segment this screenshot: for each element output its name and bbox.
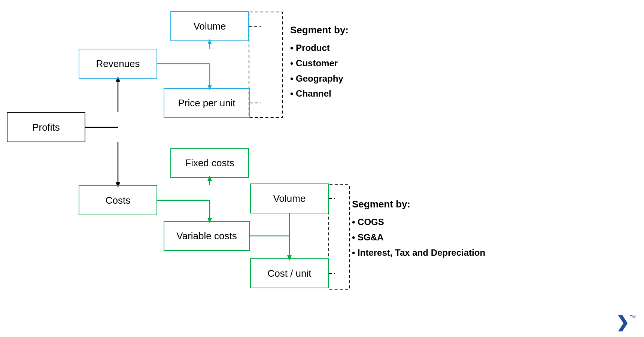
volume-top-box: Volume: [170, 11, 249, 41]
price-per-unit-box: Price per unit: [164, 88, 250, 118]
profits-label: Profits: [32, 122, 60, 133]
logo-area: ❯ TM: [616, 315, 636, 330]
segment-top-list: Product Customer Geography Channel: [290, 40, 343, 101]
svg-rect-10: [249, 12, 283, 118]
volume-bottom-box: Volume: [250, 183, 329, 213]
profits-box: Profits: [7, 112, 85, 142]
segment-bottom-list: COGS SG&A Interest, Tax and Depreciation: [352, 215, 485, 260]
variable-costs-box: Variable costs: [164, 221, 250, 251]
segment-top-item-geography: Geography: [290, 71, 343, 86]
cost-per-unit-box: Cost / unit: [250, 258, 329, 288]
volume-bottom-label: Volume: [273, 193, 306, 204]
cost-per-unit-label: Cost / unit: [267, 268, 311, 279]
fixed-costs-label: Fixed costs: [185, 157, 234, 169]
revenues-box: Revenues: [79, 49, 157, 79]
segment-bottom-item-cogs: COGS: [352, 215, 485, 230]
revenues-label: Revenues: [96, 58, 140, 70]
diagram-container: Profits Revenues Volume Price per unit C…: [0, 0, 644, 337]
segment-top-item-customer: Customer: [290, 56, 343, 71]
segment-top-label: Segment by:: [290, 24, 349, 36]
variable-costs-label: Variable costs: [176, 230, 237, 242]
fixed-costs-box: Fixed costs: [170, 148, 249, 178]
segment-top-item-channel: Channel: [290, 86, 343, 101]
logo-tm: TM: [630, 315, 636, 319]
logo-chevron-icon: ❯: [616, 315, 629, 330]
costs-box: Costs: [79, 185, 157, 215]
segment-bottom-label: Segment by:: [352, 198, 410, 210]
price-per-unit-label: Price per unit: [178, 97, 235, 109]
segment-bottom-item-interest: Interest, Tax and Depreciation: [352, 245, 485, 261]
segment-bottom-item-sga: SG&A: [352, 230, 485, 245]
volume-top-label: Volume: [194, 21, 226, 32]
costs-label: Costs: [106, 195, 130, 206]
svg-rect-22: [329, 184, 349, 290]
segment-top-item-product: Product: [290, 40, 343, 56]
